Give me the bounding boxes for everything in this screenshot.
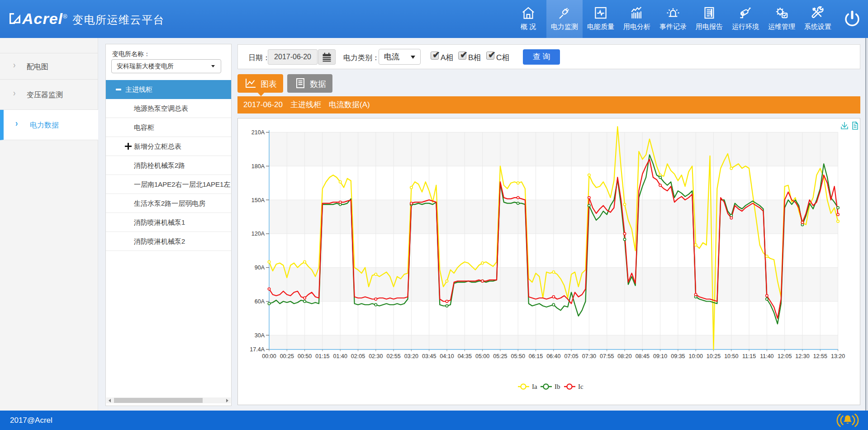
svg-text:13:20: 13:20 bbox=[831, 353, 845, 359]
svg-text:06:40: 06:40 bbox=[546, 353, 560, 359]
svg-text:05:25: 05:25 bbox=[493, 353, 507, 359]
svg-text:04:10: 04:10 bbox=[440, 353, 454, 359]
svg-text:07:55: 07:55 bbox=[600, 353, 614, 359]
svg-text:08:20: 08:20 bbox=[617, 353, 631, 359]
svg-text:09:10: 09:10 bbox=[653, 353, 667, 359]
svg-text:02:55: 02:55 bbox=[386, 353, 400, 359]
svg-text:180A: 180A bbox=[251, 163, 265, 170]
svg-text:10:25: 10:25 bbox=[707, 353, 721, 359]
svg-text:05:00: 05:00 bbox=[475, 353, 489, 359]
svg-text:Ic: Ic bbox=[578, 383, 583, 390]
svg-text:05:50: 05:50 bbox=[511, 353, 525, 359]
svg-text:07:05: 07:05 bbox=[564, 353, 578, 359]
svg-text:08:45: 08:45 bbox=[636, 353, 650, 359]
svg-text:11:40: 11:40 bbox=[760, 353, 773, 359]
svg-text:12:30: 12:30 bbox=[795, 353, 809, 359]
svg-text:00:50: 00:50 bbox=[298, 353, 312, 359]
svg-text:90A: 90A bbox=[255, 265, 265, 271]
svg-text:06:15: 06:15 bbox=[529, 353, 543, 359]
svg-text:00:25: 00:25 bbox=[280, 353, 294, 359]
svg-text:00:00: 00:00 bbox=[262, 353, 276, 359]
svg-text:01:40: 01:40 bbox=[333, 353, 347, 359]
svg-text:12:05: 12:05 bbox=[778, 353, 792, 359]
svg-text:10:50: 10:50 bbox=[724, 353, 738, 359]
svg-text:01:15: 01:15 bbox=[315, 353, 329, 359]
svg-text:10:00: 10:00 bbox=[689, 353, 703, 359]
svg-text:120A: 120A bbox=[251, 231, 265, 237]
svg-text:02:30: 02:30 bbox=[369, 353, 383, 359]
svg-text:09:35: 09:35 bbox=[671, 353, 685, 359]
svg-text:150A: 150A bbox=[251, 197, 265, 203]
svg-text:12:55: 12:55 bbox=[813, 353, 827, 359]
svg-text:04:35: 04:35 bbox=[458, 353, 472, 359]
svg-text:07:30: 07:30 bbox=[582, 353, 596, 359]
svg-text:Ia: Ia bbox=[532, 383, 537, 390]
svg-text:210A: 210A bbox=[251, 129, 265, 136]
svg-text:Ib: Ib bbox=[555, 383, 560, 390]
svg-text:30A: 30A bbox=[255, 332, 265, 339]
svg-text:11:15: 11:15 bbox=[742, 353, 756, 359]
svg-text:03:20: 03:20 bbox=[404, 353, 418, 359]
svg-text:17.4A: 17.4A bbox=[250, 346, 265, 353]
svg-text:60A: 60A bbox=[255, 298, 265, 305]
svg-text:03:45: 03:45 bbox=[422, 353, 436, 359]
svg-text:02:05: 02:05 bbox=[351, 353, 365, 359]
